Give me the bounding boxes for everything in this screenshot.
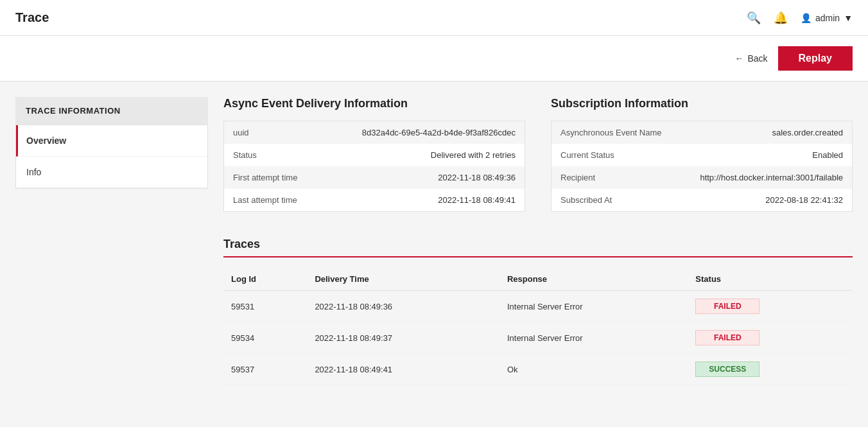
table-row: First attempt time 2022-11-18 08:49:36 (224, 166, 525, 189)
col-status: Status (688, 268, 853, 291)
sub-value: http://host.docker.internal:3001/failabl… (672, 166, 852, 189)
async-event-table: uuid 8d32a4dc-69e5-4a2d-b4de-9f3af826cde… (223, 121, 525, 212)
uuid-value: 8d32a4dc-69e5-4a2d-b4de-9f3af826cdec (344, 121, 525, 144)
last-attempt-value: 2022-11-18 08:49:41 (344, 189, 525, 212)
last-attempt-label: Last attempt time (224, 189, 345, 212)
table-row: Asynchronous Event Namesales.order.creat… (551, 121, 853, 144)
response: Internal Server Error (499, 322, 688, 354)
table-row: Current StatusEnabled (551, 144, 853, 166)
table-row: Status Delivered with 2 retries (224, 144, 525, 166)
header-right: 🔍 🔔 👤 admin ▼ (747, 11, 853, 25)
info-cards-row: Async Event Delivery Information uuid 8d… (223, 97, 853, 212)
status-badge: FAILED (695, 299, 759, 314)
bell-icon: 🔔 (774, 11, 788, 25)
sub-label: Subscribed At (551, 189, 672, 212)
response: Internal Server Error (499, 291, 688, 322)
table-row: Recipienthttp://host.docker.internal:300… (551, 166, 853, 189)
back-button[interactable]: ← Back (734, 53, 767, 64)
delivery-time: 2022-11-18 08:49:36 (307, 291, 499, 322)
traces-title: Traces (223, 238, 853, 251)
notification-button[interactable]: 🔔 (774, 11, 788, 25)
top-header: Trace 🔍 🔔 👤 admin ▼ (0, 0, 868, 36)
sub-value: Enabled (672, 144, 852, 166)
async-event-title: Async Event Delivery Information (223, 97, 525, 110)
search-icon: 🔍 (747, 11, 761, 25)
delivery-time: 2022-11-18 08:49:41 (307, 354, 499, 385)
sidebar-item-label: Info (26, 167, 41, 177)
sidebar-section-title: TRACE INFORMATION (15, 97, 208, 125)
sub-label: Asynchronous Event Name (551, 121, 672, 144)
delivery-time: 2022-11-18 08:49:37 (307, 322, 499, 354)
table-row: Last attempt time 2022-11-18 08:49:41 (224, 189, 525, 212)
status-label: Status (224, 144, 345, 166)
col-response: Response (499, 268, 688, 291)
action-bar: ← Back Replay (0, 36, 868, 82)
first-attempt-value: 2022-11-18 08:49:36 (344, 166, 525, 189)
subscription-table: Asynchronous Event Namesales.order.creat… (551, 121, 853, 212)
chevron-down-icon: ▼ (844, 13, 853, 23)
sidebar-item-info[interactable]: Info (16, 157, 207, 188)
status-cell: FAILED (688, 291, 853, 322)
sub-value: 2022-08-18 22:41:32 (672, 189, 852, 212)
subscription-title: Subscription Information (551, 97, 853, 110)
right-content: Async Event Delivery Information uuid 8d… (223, 97, 853, 416)
username: admin (815, 13, 840, 23)
status-cell: SUCCESS (688, 354, 853, 385)
sub-label: Current Status (551, 144, 672, 166)
status-cell: FAILED (688, 322, 853, 354)
traces-section: Traces Log Id Delivery Time Response Sta… (223, 238, 853, 385)
sidebar-item-overview[interactable]: Overview (16, 125, 207, 157)
main-content: TRACE INFORMATION Overview Info Async Ev… (0, 82, 868, 427)
user-icon: 👤 (801, 13, 812, 23)
sidebar-item-label: Overview (26, 135, 66, 146)
status-badge: FAILED (695, 330, 759, 345)
traces-table: Log Id Delivery Time Response Status 595… (223, 268, 853, 385)
page-title: Trace (15, 10, 49, 25)
table-row: 59537 2022-11-18 08:49:41 Ok SUCCESS (223, 354, 853, 385)
table-row: 59531 2022-11-18 08:49:36 Internal Serve… (223, 291, 853, 322)
replay-button[interactable]: Replay (778, 46, 853, 71)
sub-value: sales.order.created (672, 121, 852, 144)
log-id: 59531 (223, 291, 307, 322)
status-badge: SUCCESS (695, 362, 759, 377)
async-event-card: Async Event Delivery Information uuid 8d… (223, 97, 525, 212)
user-menu[interactable]: 👤 admin ▼ (801, 13, 853, 23)
col-log-id: Log Id (223, 268, 307, 291)
log-id: 59534 (223, 322, 307, 354)
search-button[interactable]: 🔍 (747, 11, 761, 25)
traces-divider (223, 256, 853, 257)
subscription-card: Subscription Information Asynchronous Ev… (551, 97, 853, 212)
first-attempt-label: First attempt time (224, 166, 345, 189)
col-delivery-time: Delivery Time (307, 268, 499, 291)
table-row: 59534 2022-11-18 08:49:37 Internal Serve… (223, 322, 853, 354)
status-value: Delivered with 2 retries (344, 144, 525, 166)
traces-header-row: Log Id Delivery Time Response Status (223, 268, 853, 291)
arrow-left-icon: ← (734, 53, 743, 64)
sub-label: Recipient (551, 166, 672, 189)
sidebar-nav: Overview Info (15, 125, 208, 189)
response: Ok (499, 354, 688, 385)
table-row: Subscribed At2022-08-18 22:41:32 (551, 189, 853, 212)
table-row: uuid 8d32a4dc-69e5-4a2d-b4de-9f3af826cde… (224, 121, 525, 144)
log-id: 59537 (223, 354, 307, 385)
sidebar: TRACE INFORMATION Overview Info (15, 97, 208, 416)
uuid-label: uuid (224, 121, 345, 144)
